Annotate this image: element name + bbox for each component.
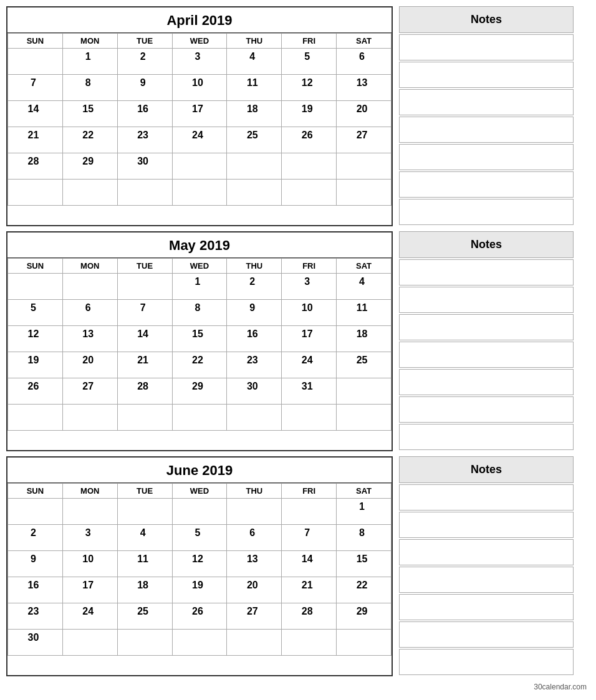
- day-cell: 17: [172, 101, 227, 127]
- day-cell: 11: [227, 75, 282, 101]
- day-cell: [8, 180, 63, 206]
- notes-line-1[interactable]: [399, 512, 574, 538]
- notes-container-0: Notes: [399, 6, 574, 226]
- notes-line-3[interactable]: [399, 117, 574, 143]
- calendar-0: April 2019SUNMONTUEWEDTHUFRISAT123456789…: [6, 6, 393, 226]
- day-cell: 18: [337, 326, 392, 352]
- notes-line-5[interactable]: [399, 396, 574, 423]
- week-row-2: 14151617181920: [8, 101, 392, 127]
- week-row-3: 19202122232425: [8, 352, 392, 378]
- day-cell: 25: [337, 352, 392, 378]
- day-header-wed: WED: [172, 259, 227, 274]
- day-cell: 13: [337, 75, 392, 101]
- day-cell: 9: [227, 300, 282, 326]
- day-cell: 3: [172, 49, 227, 75]
- day-cell: 13: [227, 551, 282, 577]
- day-cell: [337, 630, 392, 656]
- day-cell: [117, 274, 172, 300]
- day-cell: 6: [227, 525, 282, 551]
- notes-line-2[interactable]: [399, 314, 574, 340]
- day-cell: 12: [282, 75, 337, 101]
- notes-line-2[interactable]: [399, 539, 574, 565]
- day-cell: 20: [227, 577, 282, 603]
- week-row-5: [8, 180, 392, 206]
- day-header-wed: WED: [172, 34, 227, 49]
- day-cell: 8: [337, 525, 392, 551]
- day-cell: 13: [62, 326, 117, 352]
- day-cell: 11: [117, 551, 172, 577]
- notes-line-2[interactable]: [399, 89, 574, 115]
- day-cell: [337, 180, 392, 206]
- day-cell: 17: [62, 577, 117, 603]
- day-cell: 24: [172, 127, 227, 153]
- day-cell: 10: [62, 551, 117, 577]
- calendar-table-2: SUNMONTUEWEDTHUFRISAT1234567891011121314…: [7, 483, 392, 656]
- day-cell: 2: [117, 49, 172, 75]
- day-cell: 5: [282, 49, 337, 75]
- day-cell: 21: [117, 352, 172, 378]
- day-cell: 8: [62, 75, 117, 101]
- day-cell: [227, 405, 282, 431]
- day-cell: 5: [8, 300, 63, 326]
- notes-line-1[interactable]: [399, 62, 574, 88]
- day-cell: 25: [117, 603, 172, 630]
- day-cell: [227, 180, 282, 206]
- week-row-0: 123456: [8, 49, 392, 75]
- notes-line-4[interactable]: [399, 369, 574, 395]
- day-cell: 30: [117, 153, 172, 180]
- notes-line-1[interactable]: [399, 287, 574, 313]
- day-header-sat: SAT: [337, 259, 392, 274]
- day-cell: [172, 153, 227, 180]
- day-cell: [117, 405, 172, 431]
- notes-line-6[interactable]: [399, 424, 574, 450]
- day-cell: [172, 405, 227, 431]
- day-cell: [8, 49, 63, 75]
- notes-line-0[interactable]: [399, 34, 574, 60]
- day-cell: 24: [282, 352, 337, 378]
- day-cell: 17: [282, 326, 337, 352]
- day-header-fri: FRI: [282, 259, 337, 274]
- day-cell: 12: [172, 551, 227, 577]
- day-header-sun: SUN: [8, 484, 63, 499]
- week-row-0: 1: [8, 499, 392, 525]
- month-row-2: June 2019SUNMONTUEWEDTHUFRISAT1234567891…: [6, 456, 590, 676]
- notes-line-0[interactable]: [399, 259, 574, 285]
- day-cell: 4: [227, 49, 282, 75]
- day-cell: [8, 405, 63, 431]
- day-header-tue: TUE: [117, 34, 172, 49]
- day-cell: 28: [117, 378, 172, 405]
- month-row-0: April 2019SUNMONTUEWEDTHUFRISAT123456789…: [6, 6, 590, 226]
- notes-line-3[interactable]: [399, 567, 574, 593]
- month-row-1: May 2019SUNMONTUEWEDTHUFRISAT12345678910…: [6, 231, 590, 451]
- day-cell: 26: [282, 127, 337, 153]
- notes-line-6[interactable]: [399, 199, 574, 225]
- notes-line-6[interactable]: [399, 649, 574, 675]
- notes-lines-0: [399, 34, 574, 226]
- notes-lines-2: [399, 484, 574, 676]
- day-cell: 1: [62, 49, 117, 75]
- day-cell: [282, 630, 337, 656]
- notes-line-0[interactable]: [399, 484, 574, 511]
- day-cell: [282, 153, 337, 180]
- day-cell: 30: [8, 630, 63, 656]
- day-cell: 29: [172, 378, 227, 405]
- notes-line-4[interactable]: [399, 594, 574, 620]
- day-cell: 27: [62, 378, 117, 405]
- day-cell: [8, 499, 63, 525]
- notes-line-3[interactable]: [399, 342, 574, 368]
- notes-line-4[interactable]: [399, 144, 574, 170]
- notes-line-5[interactable]: [399, 621, 574, 648]
- notes-line-5[interactable]: [399, 171, 574, 198]
- day-cell: [8, 274, 63, 300]
- day-cell: 1: [172, 274, 227, 300]
- day-cell: 29: [62, 153, 117, 180]
- day-cell: 23: [117, 127, 172, 153]
- day-cell: [62, 405, 117, 431]
- day-header-mon: MON: [62, 34, 117, 49]
- page: April 2019SUNMONTUEWEDTHUFRISAT123456789…: [6, 6, 590, 691]
- day-header-thu: THU: [227, 484, 282, 499]
- day-cell: [282, 499, 337, 525]
- day-header-sun: SUN: [8, 259, 63, 274]
- day-cell: [117, 180, 172, 206]
- calendar-1: May 2019SUNMONTUEWEDTHUFRISAT12345678910…: [6, 231, 393, 451]
